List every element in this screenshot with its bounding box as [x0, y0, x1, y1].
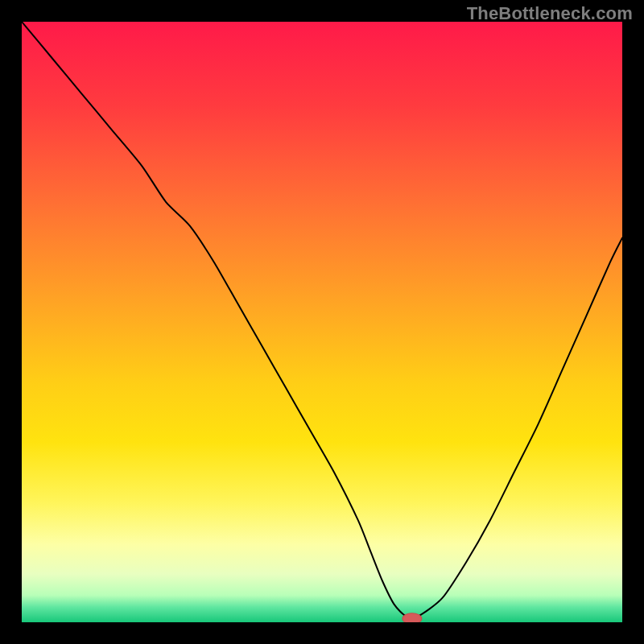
bottleneck-chart	[22, 22, 622, 622]
chart-frame: TheBottleneck.com	[0, 0, 644, 644]
optimum-marker	[402, 613, 422, 622]
gradient-background	[22, 22, 622, 622]
